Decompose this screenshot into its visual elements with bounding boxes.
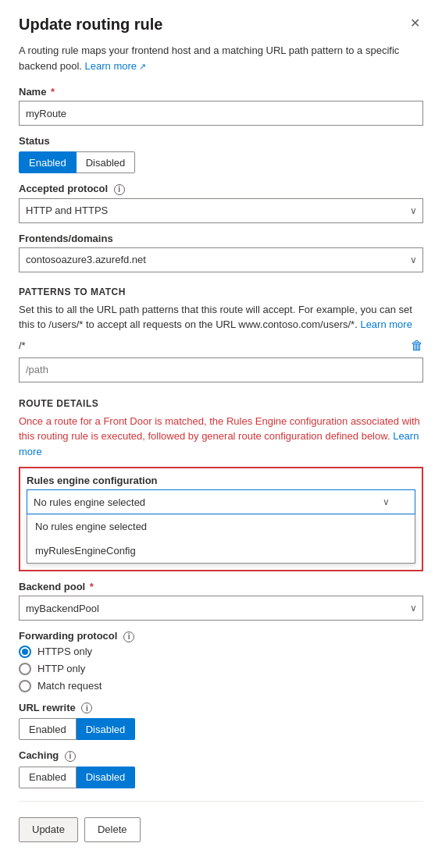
rules-engine-dropdown-arrow: ∨ xyxy=(383,496,390,507)
status-disabled-button[interactable]: Disabled xyxy=(77,151,136,173)
rules-engine-options-list: No rules engine selected myRulesEngineCo… xyxy=(27,514,415,564)
caching-label: Caching i xyxy=(19,749,423,762)
caching-disabled-button[interactable]: Disabled xyxy=(77,767,136,788)
backend-pool-dropdown-wrapper: myBackendPool ∨ xyxy=(19,596,423,621)
rules-engine-label: Rules engine configuration xyxy=(27,475,415,486)
forwarding-protocol-https-only[interactable]: HTTPS only xyxy=(19,646,423,658)
rules-engine-section: Rules engine configuration No rules engi… xyxy=(19,467,423,571)
forwarding-protocol-https-radio-dot xyxy=(22,649,28,655)
description-learn-more-link[interactable]: Learn more xyxy=(85,60,147,72)
forwarding-protocol-label: Forwarding protocol i xyxy=(19,630,423,642)
name-input[interactable] xyxy=(19,101,423,126)
backend-pool-label: Backend pool * xyxy=(19,581,423,592)
rules-engine-dropdown-wrapper: No rules engine selected ∨ No rules engi… xyxy=(27,489,415,564)
pattern-row: /* 🗑 xyxy=(19,339,423,353)
rules-engine-dropdown-trigger[interactable]: No rules engine selected ∨ xyxy=(27,489,415,514)
footer-buttons: Update Delete xyxy=(19,817,423,842)
caching-toggle-group: Enabled Disabled xyxy=(19,767,423,788)
update-button[interactable]: Update xyxy=(19,817,78,842)
panel-header: Update routing rule ✕ xyxy=(19,16,423,34)
forwarding-protocol-http-radio-circle xyxy=(19,663,31,675)
url-rewrite-disabled-button[interactable]: Disabled xyxy=(77,718,136,740)
rules-engine-option-myconfig[interactable]: myRulesEngineConfig xyxy=(27,539,415,563)
accepted-protocol-info-icon: i xyxy=(114,184,125,195)
panel-title: Update routing rule xyxy=(19,16,162,34)
frontends-field-label: Frontends/domains xyxy=(19,233,423,244)
panel-description: A routing rule maps your frontend host a… xyxy=(19,43,423,73)
accepted-protocol-dropdown-wrapper: HTTP and HTTPS HTTP only HTTPS only ∨ xyxy=(19,198,423,223)
status-field-label: Status xyxy=(19,135,423,147)
route-details-description: Once a route for a Front Door is matched… xyxy=(19,414,423,460)
backend-pool-required-marker: * xyxy=(87,581,94,592)
url-rewrite-field-container: URL rewrite i Enabled Disabled xyxy=(19,702,423,741)
forwarding-protocol-https-radio-circle xyxy=(19,646,31,658)
status-field-container: Status Enabled Disabled xyxy=(19,135,423,173)
frontends-dropdown[interactable]: contosoazure3.azurefd.net xyxy=(19,247,423,272)
caching-enabled-button[interactable]: Enabled xyxy=(19,767,77,788)
accepted-protocol-label: Accepted protocol i xyxy=(19,183,423,195)
forwarding-protocol-match-request[interactable]: Match request xyxy=(19,680,423,692)
status-enabled-button[interactable]: Enabled xyxy=(19,151,77,173)
patterns-section-title: PATTERNS TO MATCH xyxy=(19,286,423,297)
name-field-label: Name * xyxy=(19,86,423,98)
forwarding-protocol-http-only[interactable]: HTTP only xyxy=(19,663,423,675)
accepted-protocol-dropdown[interactable]: HTTP and HTTPS HTTP only HTTPS only xyxy=(19,198,423,223)
url-rewrite-toggle-group: Enabled Disabled xyxy=(19,718,423,740)
forwarding-protocol-https-label: HTTPS only xyxy=(37,646,92,657)
status-toggle-group: Enabled Disabled xyxy=(19,151,423,173)
pattern-value: /* xyxy=(19,340,405,351)
forwarding-protocol-radio-group: HTTPS only HTTP only Match request xyxy=(19,646,423,692)
url-rewrite-enabled-button[interactable]: Enabled xyxy=(19,718,77,740)
url-rewrite-label: URL rewrite i xyxy=(19,702,423,714)
frontends-field-container: Frontends/domains contosoazure3.azurefd.… xyxy=(19,233,423,272)
backend-pool-field-container: Backend pool * myBackendPool ∨ xyxy=(19,581,423,621)
accepted-protocol-field-container: Accepted protocol i HTTP and HTTPS HTTP … xyxy=(19,183,423,223)
pattern-delete-icon[interactable]: 🗑 xyxy=(411,339,423,353)
update-routing-rule-panel: Update routing rule ✕ A routing rule map… xyxy=(0,0,442,868)
frontends-dropdown-wrapper: contosoazure3.azurefd.net ∨ xyxy=(19,247,423,272)
forwarding-protocol-http-label: HTTP only xyxy=(37,663,85,674)
footer-divider xyxy=(19,801,423,802)
delete-button[interactable]: Delete xyxy=(84,817,141,842)
route-details-section-title: ROUTE DETAILS xyxy=(19,398,423,409)
close-button[interactable]: ✕ xyxy=(407,16,423,31)
forwarding-protocol-match-label: Match request xyxy=(37,680,102,692)
forwarding-protocol-info-icon: i xyxy=(123,631,134,642)
patterns-description: Set this to all the URL path patterns th… xyxy=(19,302,423,333)
pattern-path-input[interactable] xyxy=(19,358,423,382)
patterns-learn-more-link[interactable]: Learn more xyxy=(360,318,412,330)
url-rewrite-info-icon: i xyxy=(81,703,92,713)
backend-pool-dropdown[interactable]: myBackendPool xyxy=(19,596,423,621)
rules-engine-option-none[interactable]: No rules engine selected xyxy=(27,514,415,539)
caching-field-container: Caching i Enabled Disabled xyxy=(19,749,423,788)
rules-engine-selected-value: No rules engine selected xyxy=(34,496,383,508)
name-required-marker: * xyxy=(48,86,55,98)
name-field-container: Name * xyxy=(19,86,423,126)
caching-info-icon: i xyxy=(65,751,76,762)
forwarding-protocol-match-radio-circle xyxy=(19,680,31,692)
forwarding-protocol-field-container: Forwarding protocol i HTTPS only HTTP on… xyxy=(19,630,423,692)
